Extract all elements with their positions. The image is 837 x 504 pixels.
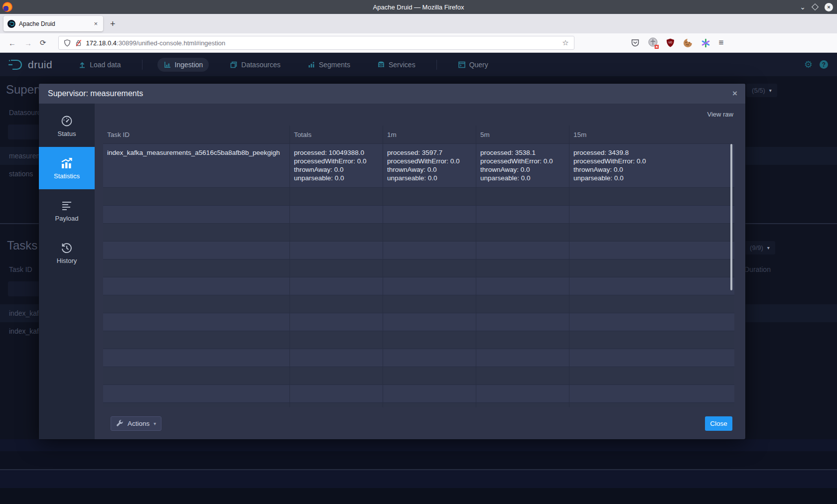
nav-label: Segments: [319, 61, 350, 69]
nav-label: Query: [469, 61, 488, 69]
ublock-icon[interactable]: UO: [666, 38, 675, 47]
tasks-count: (9/9): [750, 244, 763, 252]
nav-services[interactable]: Services: [371, 58, 421, 72]
tab-label: Statistics: [54, 172, 80, 180]
table-row: [103, 313, 734, 331]
nav-label: Load data: [90, 61, 121, 69]
new-tab-button[interactable]: +: [110, 19, 116, 29]
supervisor-dialog: Supervisor: measurements × Status Statis…: [39, 84, 745, 439]
dialog-footer: Actions ▾ Close: [39, 416, 745, 430]
druid-logo[interactable]: druid: [7, 58, 52, 71]
cell-task-id: index_kafka_measurements_a5616c5ba8afb8b…: [103, 144, 289, 187]
tab-label: Status: [58, 130, 76, 137]
tab-payload[interactable]: Payload: [39, 189, 95, 232]
tab-history[interactable]: History: [39, 232, 95, 274]
close-button[interactable]: Close: [705, 416, 732, 431]
tasks-col-duration: Duration: [744, 265, 771, 273]
druid-favicon-icon: [7, 20, 15, 28]
multi-account-asterisk-icon[interactable]: [701, 38, 710, 48]
tasks-col-task-id: Task ID: [9, 265, 32, 273]
col-totals: Totals: [289, 126, 383, 143]
table-row: [103, 241, 734, 259]
cell-1m: processed: 3597.7processedWithError: 0.0…: [383, 144, 476, 187]
actions-button[interactable]: Actions ▾: [111, 416, 161, 431]
nav-label: Ingestion: [175, 61, 203, 69]
query-icon: [458, 61, 466, 69]
segments-icon: [307, 61, 315, 69]
url-text: 172.18.0.4:30899/unified-console.html#in…: [86, 39, 226, 47]
dialog-side-menu: Status Statistics Payload: [39, 104, 95, 439]
nav-label: Services: [389, 61, 416, 69]
view-raw-link[interactable]: View raw: [707, 111, 733, 118]
tracking-shield-icon[interactable]: [64, 39, 71, 47]
cookie-icon[interactable]: [683, 38, 693, 48]
col-15m: 15m: [569, 126, 734, 143]
help-icon[interactable]: ?: [820, 60, 828, 69]
browser-toolbar: ← → ⟳ 172.18.0.4:30899/unified-console.h…: [0, 33, 837, 53]
background-table-stripe: [0, 470, 837, 488]
svg-text:UO: UO: [668, 41, 672, 44]
table-row[interactable]: index_kafka_measurements_a5616c5ba8afb8b…: [103, 143, 734, 187]
nav-query[interactable]: Query: [452, 58, 494, 72]
supervisors-count-dropdown[interactable]: (5/5) ▾: [746, 84, 777, 97]
forward-icon[interactable]: →: [24, 39, 32, 47]
insecure-lock-icon[interactable]: [75, 39, 82, 47]
chevron-down-icon: ▾: [153, 421, 156, 426]
table-row: [103, 223, 734, 241]
cell-totals: processed: 10049388.0processedWithError:…: [289, 144, 383, 187]
back-icon[interactable]: ←: [8, 39, 16, 47]
url-host: 172.18.0.4: [86, 39, 117, 47]
tab-statistics[interactable]: Statistics: [39, 147, 95, 189]
statistics-table: Task ID Totals 1m 5m 15m index_kafka_mea…: [103, 126, 734, 407]
table-row: [103, 384, 734, 402]
table-row: [103, 331, 734, 349]
browser-tab[interactable]: Apache Druid ×: [3, 16, 103, 31]
table-row: [103, 402, 734, 407]
history-icon: [60, 242, 73, 254]
tasks-count-dropdown[interactable]: (9/9) ▾: [744, 241, 775, 254]
bookmark-star-icon[interactable]: ☆: [562, 38, 568, 47]
window-minimize-icon[interactable]: ⌄: [800, 4, 806, 9]
task-id: index_kafk: [9, 309, 42, 317]
nav-load-data[interactable]: Load data: [72, 58, 127, 72]
dialog-close-icon[interactable]: ×: [732, 89, 737, 99]
settings-gear-icon[interactable]: ⚙: [804, 59, 813, 70]
druid-logo-icon: [7, 58, 25, 71]
tab-label: Payload: [55, 215, 79, 222]
window-close-icon[interactable]: ×: [825, 3, 833, 11]
col-task-id: Task ID: [103, 126, 289, 143]
extension-icon[interactable]: [648, 37, 658, 49]
actions-label: Actions: [128, 420, 149, 427]
services-icon: [377, 61, 385, 69]
dialog-header: Supervisor: measurements ×: [39, 84, 745, 104]
pocket-icon[interactable]: [631, 38, 640, 47]
col-1m: 1m: [383, 126, 476, 143]
cell-15m: processed: 3439.8processedWithError: 0.0…: [569, 144, 734, 187]
extension-disabled-badge-icon: [655, 45, 659, 49]
url-path: :30899/unified-console.html#ingestion: [117, 39, 225, 47]
table-row: [103, 187, 734, 205]
nav-label: Datasources: [241, 61, 280, 69]
dialog-title: Supervisor: measurements: [48, 89, 143, 98]
nav-divider: [436, 60, 437, 70]
table-row: [103, 349, 734, 367]
menu-icon[interactable]: ≡: [719, 38, 724, 48]
nav-segments[interactable]: Segments: [301, 58, 356, 72]
table-row: [103, 367, 734, 384]
reload-icon[interactable]: ⟳: [40, 38, 46, 47]
table-row: [103, 295, 734, 313]
tab-status[interactable]: Status: [39, 105, 95, 147]
table-row: [103, 277, 734, 295]
ingestion-icon: [163, 61, 171, 69]
nav-datasources[interactable]: Datasources: [224, 58, 286, 72]
url-bar[interactable]: 172.18.0.4:30899/unified-console.html#in…: [58, 36, 574, 50]
table-scrollbar[interactable]: [730, 144, 732, 290]
nav-ingestion[interactable]: Ingestion: [157, 58, 209, 72]
chevron-down-icon: ▾: [767, 245, 770, 251]
tab-close-icon[interactable]: ×: [92, 20, 99, 27]
window-maximize-icon[interactable]: [812, 3, 819, 10]
chevron-down-icon: ▾: [769, 88, 772, 93]
table-row: [103, 205, 734, 223]
datasources-icon: [230, 61, 238, 69]
nav-divider: [142, 60, 142, 70]
